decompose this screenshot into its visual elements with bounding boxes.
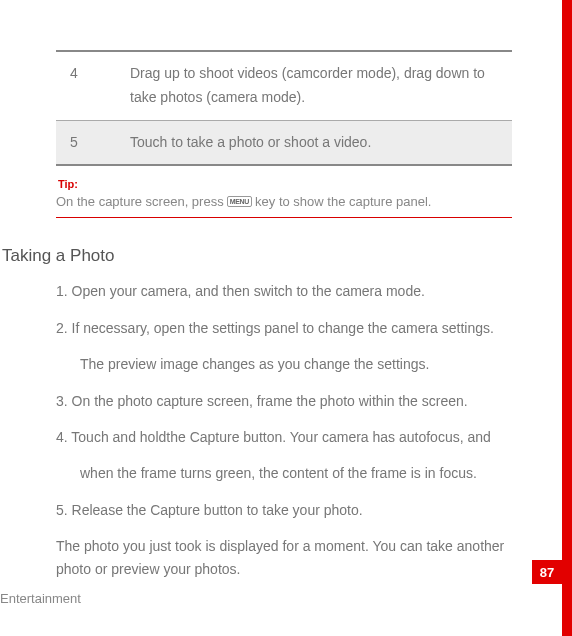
table-cell-text: Touch to take a photo or shoot a video. bbox=[116, 120, 512, 165]
menu-key-icon: MENU bbox=[227, 196, 252, 207]
tip-text-before: On the capture screen, press bbox=[56, 194, 224, 209]
page-number: 87 bbox=[532, 560, 562, 584]
step-item: 5. Release the Capture button to take yo… bbox=[56, 499, 512, 521]
table-cell-num: 5 bbox=[56, 120, 116, 165]
feature-table: 4 Drag up to shoot videos (camcorder mod… bbox=[56, 50, 512, 166]
step-continuation: The preview image changes as you change … bbox=[56, 353, 512, 375]
tip-text: On the capture screen, press MENU key to… bbox=[56, 194, 512, 218]
step-item: 2. If necessary, open the settings panel… bbox=[56, 317, 512, 339]
step-note: The photo you just took is displayed for… bbox=[56, 535, 512, 580]
table-cell-num: 4 bbox=[56, 51, 116, 120]
tip-text-after: key to show the capture panel. bbox=[255, 194, 431, 209]
footer-label: Entertainment bbox=[0, 591, 81, 606]
section-heading: Taking a Photo bbox=[2, 246, 512, 266]
step-item: 3. On the photo capture screen, frame th… bbox=[56, 390, 512, 412]
red-side-bar bbox=[562, 0, 572, 636]
table-row: 4 Drag up to shoot videos (camcorder mod… bbox=[56, 51, 512, 120]
table-row: 5 Touch to take a photo or shoot a video… bbox=[56, 120, 512, 165]
tip-label: Tip: bbox=[56, 178, 512, 190]
step-item: 4. Touch and holdthe Capture button. You… bbox=[56, 426, 512, 448]
step-continuation: when the frame turns green, the content … bbox=[56, 462, 512, 484]
table-cell-text: Drag up to shoot videos (camcorder mode)… bbox=[116, 51, 512, 120]
step-item: 1. Open your camera, and then switch to … bbox=[56, 280, 512, 302]
steps-list: 1. Open your camera, and then switch to … bbox=[56, 280, 512, 580]
